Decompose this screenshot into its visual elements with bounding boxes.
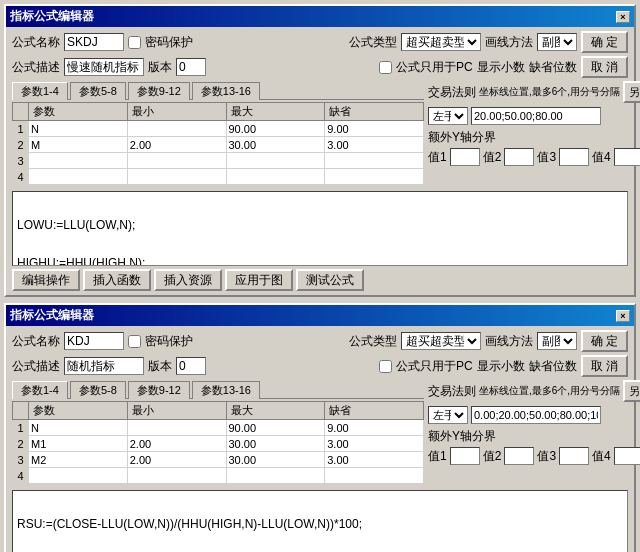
save-as-btn-2[interactable]: 另存为: [623, 380, 640, 402]
pc-only-checkbox-2[interactable]: [379, 360, 392, 373]
insert-func-btn-1[interactable]: 插入函数: [83, 269, 151, 291]
desc-input-1[interactable]: [64, 58, 144, 76]
axis-side-select-1[interactable]: 左手: [428, 107, 468, 125]
code-area-1[interactable]: LOWU:=LLU(LOW,N); HIGHU:=HHU(HIGH,N); RS…: [12, 191, 628, 266]
pc-only-checkbox-1[interactable]: [379, 61, 392, 74]
formula-type-select-1[interactable]: 超买超卖型: [401, 33, 481, 51]
apply-chart-btn-1[interactable]: 应用于图: [225, 269, 293, 291]
param-max-1-2[interactable]: [227, 421, 325, 435]
y-axis-label-2: 额外Y轴分界: [428, 428, 628, 445]
version-input-1[interactable]: [176, 58, 206, 76]
val3-input-2[interactable]: [559, 447, 589, 465]
param-min-1-1[interactable]: [128, 122, 226, 136]
param-default-2-2[interactable]: [325, 437, 423, 451]
param-min-3-2[interactable]: [128, 453, 226, 467]
title-bar-1: 指标公式编辑器 ×: [6, 6, 634, 27]
close-btn-2[interactable]: ×: [616, 310, 630, 322]
param-max-3-2[interactable]: [227, 453, 325, 467]
param-max-4-1[interactable]: [227, 170, 325, 184]
draw-method-select-1[interactable]: 副图: [537, 33, 577, 51]
cancel-btn-1[interactable]: 取 消: [581, 56, 628, 78]
formula-label-2: 公式名称: [12, 333, 60, 350]
tab1-1[interactable]: 参数1-4: [12, 82, 68, 100]
col-default-2: 缺省: [325, 402, 424, 420]
tab1-2[interactable]: 参数1-4: [12, 381, 68, 399]
edit-op-btn-1[interactable]: 编辑操作: [12, 269, 80, 291]
tab4-1[interactable]: 参数13-16: [192, 82, 260, 100]
password-checkbox-1[interactable]: [128, 36, 141, 49]
bottom-buttons-1: 编辑操作 插入函数 插入资源 应用于图 测试公式: [12, 269, 628, 291]
test-btn-1[interactable]: 测试公式: [296, 269, 364, 291]
y-axis-label-1: 额外Y轴分界: [428, 129, 628, 146]
param-default-4-1[interactable]: [325, 170, 423, 184]
param-default-1-1[interactable]: [325, 122, 423, 136]
param-default-4-2[interactable]: [325, 469, 423, 483]
axis-value-input-2[interactable]: [471, 406, 601, 424]
table-row: 1: [13, 420, 424, 436]
save-as-btn-1[interactable]: 另存为: [623, 81, 640, 103]
param-default-1-2[interactable]: [325, 421, 423, 435]
param-default-2-1[interactable]: [325, 138, 423, 152]
val4-input-1[interactable]: [614, 148, 640, 166]
param-min-3-1[interactable]: [128, 154, 226, 168]
param-max-2-1[interactable]: [227, 138, 325, 152]
code-line-1: LOWU:=LLU(LOW,N);: [17, 218, 623, 232]
tab4-2[interactable]: 参数13-16: [192, 381, 260, 399]
param-name-2-2[interactable]: [29, 437, 127, 451]
password-checkbox-2[interactable]: [128, 335, 141, 348]
axis-value-input-1[interactable]: [471, 107, 601, 125]
code-area-2[interactable]: RSU:=(CLOSE-LLU(LOW,N))/(HHU(HIGH,N)-LLU…: [12, 490, 628, 552]
draw-method-select-2[interactable]: 副图: [537, 332, 577, 350]
tab2-2[interactable]: 参数5-8: [70, 381, 126, 399]
param-max-4-2[interactable]: [227, 469, 325, 483]
val1-input-1[interactable]: [450, 148, 480, 166]
insert-res-btn-1[interactable]: 插入资源: [154, 269, 222, 291]
val4-input-2[interactable]: [614, 447, 640, 465]
password-label-1: 密码保护: [145, 34, 193, 51]
param-default-3-1[interactable]: [325, 154, 423, 168]
desc-input-2[interactable]: [64, 357, 144, 375]
left-col-2: 参数1-4 参数5-8 参数9-12 参数13-16 参数 最小 最大 缺省: [12, 380, 424, 487]
val2-input-1[interactable]: [504, 148, 534, 166]
val3-label-2: 值3: [537, 448, 556, 465]
param-min-4-1[interactable]: [128, 170, 226, 184]
table-row: 2: [13, 436, 424, 452]
cancel-btn-2[interactable]: 取 消: [581, 355, 628, 377]
tab3-2[interactable]: 参数9-12: [128, 381, 190, 399]
main-layout-2: 参数1-4 参数5-8 参数9-12 参数13-16 参数 最小 最大 缺省: [12, 380, 628, 487]
param-max-2-2[interactable]: [227, 437, 325, 451]
param-max-1-1[interactable]: [227, 122, 325, 136]
axis-side-select-2[interactable]: 左手: [428, 406, 468, 424]
close-btn-1[interactable]: ×: [616, 11, 630, 23]
param-name-4-1[interactable]: [29, 170, 127, 184]
trade-rule-label-1: 交易法则: [428, 84, 476, 101]
param-name-1-2[interactable]: [29, 421, 127, 435]
version-input-2[interactable]: [176, 357, 206, 375]
tab2-1[interactable]: 参数5-8: [70, 82, 126, 100]
param-min-2-1[interactable]: [128, 138, 226, 152]
val3-input-1[interactable]: [559, 148, 589, 166]
draw-method-label-2: 画线方法: [485, 333, 533, 350]
formula-name-input-1[interactable]: [64, 33, 124, 51]
confirm-btn-2[interactable]: 确 定: [581, 330, 628, 352]
val1-input-2[interactable]: [450, 447, 480, 465]
param-name-2-1[interactable]: [29, 138, 127, 152]
param-min-1-2[interactable]: [128, 421, 226, 435]
confirm-btn-1[interactable]: 确 定: [581, 31, 628, 53]
formula-name-input-2[interactable]: [64, 332, 124, 350]
val2-input-2[interactable]: [504, 447, 534, 465]
param-max-3-1[interactable]: [227, 154, 325, 168]
formula-type-select-2[interactable]: 超买超卖型: [401, 332, 481, 350]
param-min-2-2[interactable]: [128, 437, 226, 451]
col-default-1: 缺省: [325, 103, 424, 121]
table-row: 3: [13, 452, 424, 468]
param-min-4-2[interactable]: [128, 469, 226, 483]
val1-label-1: 值1: [428, 149, 447, 166]
param-name-3-1[interactable]: [29, 154, 127, 168]
param-default-3-2[interactable]: [325, 453, 423, 467]
param-name-4-2[interactable]: [29, 469, 127, 483]
param-name-3-2[interactable]: [29, 453, 127, 467]
tab3-1[interactable]: 参数9-12: [128, 82, 190, 100]
param-name-1-1[interactable]: [29, 122, 127, 136]
axis-label-1: 坐标线位置,最多6个,用分号分隔: [479, 85, 620, 99]
